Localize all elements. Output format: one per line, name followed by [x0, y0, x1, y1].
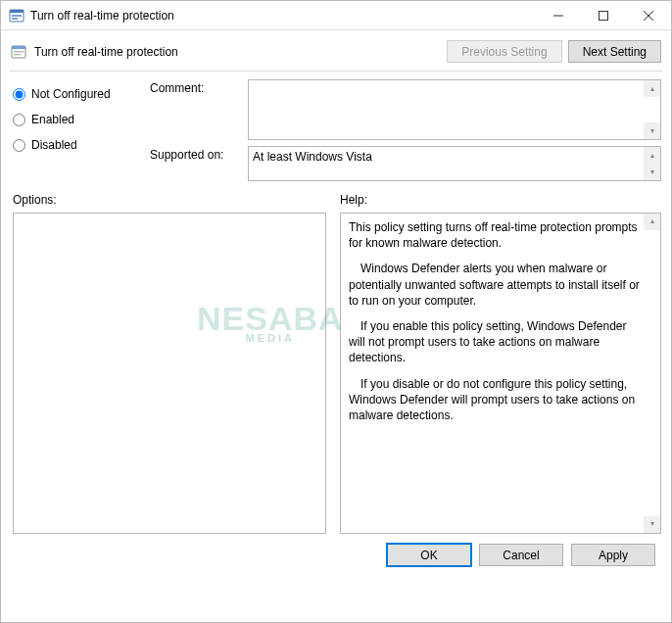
next-setting-button[interactable]: Next Setting [568, 40, 661, 63]
help-scrollbar[interactable]: ▴ ▾ [644, 214, 660, 533]
svg-rect-5 [600, 11, 608, 20]
radio-enabled[interactable]: Enabled [13, 107, 140, 132]
comment-field[interactable]: ▴ ▾ [248, 79, 661, 140]
radio-not-configured-label: Not Configured [31, 87, 111, 101]
maximize-button[interactable] [581, 1, 626, 30]
svg-rect-2 [12, 15, 22, 17]
svg-rect-11 [14, 54, 21, 56]
scroll-up-icon[interactable]: ▴ [644, 147, 660, 164]
svg-rect-10 [14, 51, 24, 53]
help-panel: This policy setting turns off real-time … [340, 213, 661, 534]
comment-scrollbar[interactable]: ▴ ▾ [644, 80, 660, 139]
scroll-down-icon[interactable]: ▾ [644, 164, 660, 180]
help-label: Help: [340, 193, 661, 207]
radio-enabled-input[interactable] [13, 114, 25, 126]
help-p1: This policy setting turns off real-time … [349, 219, 641, 251]
comment-label: Comment: [150, 79, 238, 142]
app-icon [9, 8, 24, 24]
supported-label: Supported on: [150, 142, 238, 162]
radio-not-configured[interactable]: Not Configured [13, 81, 140, 107]
scroll-down-icon[interactable]: ▾ [644, 516, 660, 533]
radio-disabled-label: Disabled [31, 138, 77, 152]
previous-setting-button[interactable]: Previous Setting [447, 40, 561, 63]
scroll-up-icon[interactable]: ▴ [644, 80, 660, 97]
state-radios: Not Configured Enabled Disabled [13, 79, 140, 181]
radio-not-configured-input[interactable] [13, 88, 25, 101]
cancel-button[interactable]: Cancel [479, 544, 563, 566]
apply-button[interactable]: Apply [571, 544, 655, 566]
window-title: Turn off real-time protection [30, 9, 536, 23]
scroll-up-icon[interactable]: ▴ [644, 214, 660, 230]
field-labels: Comment: Supported on: [150, 79, 238, 181]
supported-field: At least Windows Vista ▴ ▾ [248, 146, 661, 181]
supported-scrollbar[interactable]: ▴ ▾ [644, 147, 660, 180]
help-p3: If you enable this policy setting, Windo… [349, 318, 641, 366]
radio-disabled[interactable]: Disabled [13, 132, 140, 158]
options-label: Options: [13, 193, 326, 207]
close-button[interactable] [626, 1, 671, 30]
scroll-down-icon[interactable]: ▾ [644, 122, 660, 139]
minimize-button[interactable] [536, 1, 581, 30]
dialog-title: Turn off real-time protection [34, 45, 441, 59]
radio-disabled-input[interactable] [13, 139, 25, 152]
radio-enabled-label: Enabled [31, 113, 74, 126]
options-panel [13, 213, 326, 534]
panel-headers: Options: Help: [1, 185, 671, 211]
ok-button[interactable]: OK [387, 544, 471, 566]
settings-grid: Not Configured Enabled Disabled Comment:… [1, 72, 671, 185]
help-p2: Windows Defender alerts you when malware… [349, 261, 641, 309]
supported-value: At least Windows Vista [253, 150, 372, 164]
dialog-header: Turn off real-time protection Previous S… [1, 30, 671, 71]
svg-rect-9 [12, 46, 25, 49]
help-p4: If you disable or do not configure this … [349, 376, 641, 424]
policy-icon [11, 44, 26, 60]
title-bar: Turn off real-time protection [1, 1, 671, 30]
field-values: ▴ ▾ At least Windows Vista ▴ ▾ [248, 79, 661, 181]
dialog-footer: OK Cancel Apply [1, 534, 671, 576]
svg-rect-1 [10, 10, 24, 13]
panels: This policy setting turns off real-time … [1, 211, 671, 534]
svg-rect-3 [12, 18, 18, 20]
